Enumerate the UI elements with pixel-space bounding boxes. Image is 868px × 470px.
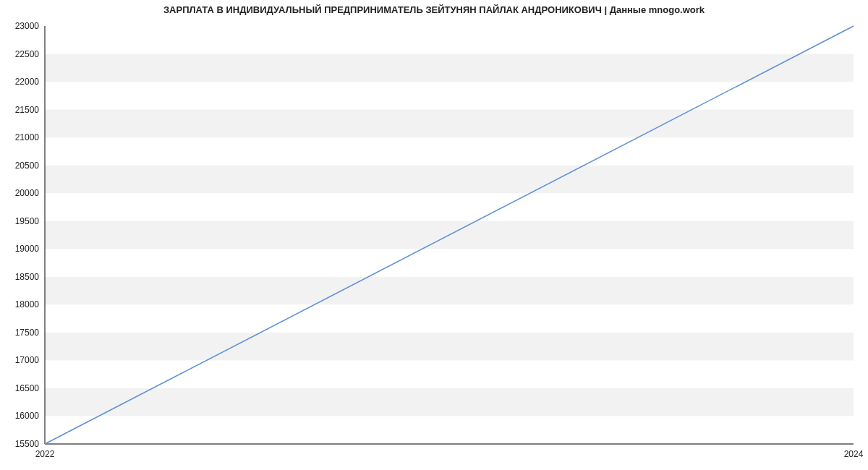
y-tick-label: 23000 (15, 21, 40, 31)
y-tick-label: 18000 (15, 299, 40, 309)
grid-band (45, 277, 854, 305)
y-tick-label: 21000 (15, 132, 40, 142)
chart-container: ЗАРПЛАТА В ИНДИВИДУАЛЬНЫЙ ПРЕДПРИНИМАТЕЛ… (0, 0, 868, 470)
line-chart: ЗАРПЛАТА В ИНДИВИДУАЛЬНЫЙ ПРЕДПРИНИМАТЕЛ… (0, 0, 868, 470)
y-tick-label: 15500 (15, 439, 40, 449)
y-tick-label: 20500 (15, 161, 40, 171)
y-tick-label: 19500 (15, 216, 40, 226)
grid-band (45, 388, 854, 416)
y-tick-label: 21500 (15, 105, 40, 115)
y-tick-label: 16000 (15, 411, 40, 421)
y-tick-label: 22000 (15, 77, 40, 87)
grid-band (45, 333, 854, 361)
y-tick-label: 17500 (15, 328, 40, 338)
y-tick-label: 19000 (15, 244, 40, 254)
grid-band (45, 110, 854, 138)
chart-title: ЗАРПЛАТА В ИНДИВИДУАЛЬНЫЙ ПРЕДПРИНИМАТЕЛ… (163, 4, 705, 15)
grid-band (45, 54, 854, 82)
x-tick-label: 2024 (844, 449, 864, 459)
y-tick-label: 20000 (15, 188, 40, 198)
x-tick-label: 2022 (35, 449, 55, 459)
y-tick-label: 17000 (15, 355, 40, 365)
y-tick-label: 22500 (15, 49, 40, 59)
y-tick-label: 16500 (15, 383, 40, 393)
y-tick-label: 18500 (15, 272, 40, 282)
grid-band (45, 166, 854, 194)
